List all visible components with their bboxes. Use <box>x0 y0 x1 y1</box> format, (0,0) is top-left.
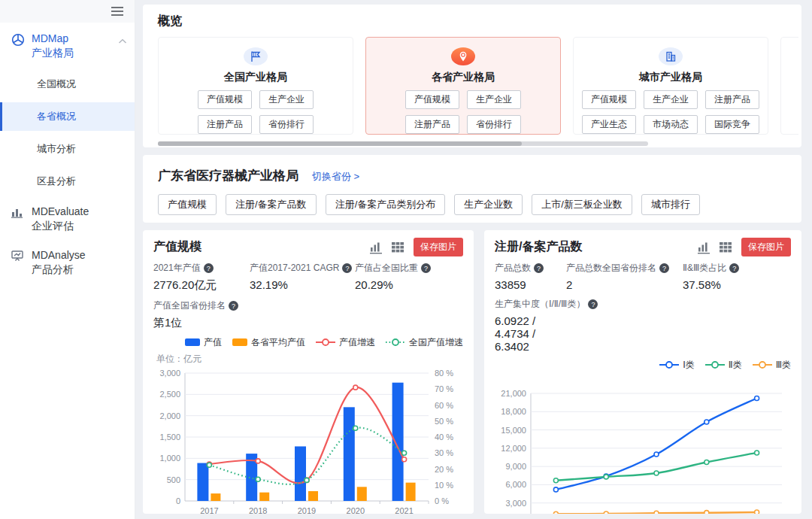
overview-card-city[interactable]: 城市产业格局 产值规模 生产企业 注册产品 产业生态 市场动态 国际竞争 <box>573 37 768 135</box>
group-label-zh: 产业格局 <box>32 47 74 59</box>
province-output-scale-button[interactable]: 产值规模 <box>405 90 459 109</box>
sidebar-group-mdanalyse[interactable]: MDAnalyse 产品分析 <box>0 239 135 283</box>
help-icon[interactable]: ? <box>229 301 238 311</box>
svg-text:1,500: 1,500 <box>159 432 180 442</box>
legend-item[interactable]: 全国产值增速 <box>386 336 463 349</box>
overview-card-province[interactable]: 各省产业格局 产值规模 生产企业 注册产品 省份排行 <box>365 37 561 135</box>
panel-title: 产值规模 <box>153 239 362 255</box>
legend-label: 各省平均产值 <box>251 336 305 349</box>
stat-label: 生产集中度（Ⅰ/Ⅱ/Ⅲ类） <box>495 298 585 311</box>
horizontal-scrollbar[interactable] <box>158 141 648 146</box>
main-content: 概览 全国产业格局 产值规模 生产企业 注册产品 省份排行 <box>135 0 812 519</box>
chevron-up-icon[interactable] <box>118 34 127 47</box>
stat-label: 产品总数 <box>495 262 531 275</box>
location-pin-icon <box>451 47 475 65</box>
tab-product-category-distribution[interactable]: 注册/备案产品类别分布 <box>326 194 446 215</box>
legend-label: 产值 <box>204 336 222 349</box>
legend-item[interactable]: 产值 <box>185 336 222 349</box>
stat-class23-share: Ⅱ&Ⅲ类占比? 37.58% <box>683 262 745 291</box>
help-icon[interactable]: ? <box>204 263 214 273</box>
stat-cagr: 产值2017-2021 CAGR? 32.19% <box>250 262 355 293</box>
legend-line-swatch <box>753 360 772 369</box>
sidebar-group-mdevaluate[interactable]: MDEvaluate 企业评估 <box>0 196 135 239</box>
tab-city-ranking[interactable]: 城市排行 <box>641 194 700 215</box>
tab-listed-companies[interactable]: 上市/新三板企业数 <box>532 194 632 215</box>
registered-products-panel: 注册/备案产品数 保存图片 产品总数? 33859 产品总数全国省 <box>484 230 801 514</box>
sidebar-item-national-overview[interactable]: 全国概况 <box>0 70 135 99</box>
group-label-zh: 产品分析 <box>32 263 74 275</box>
svg-text:30 %: 30 % <box>435 448 453 457</box>
overview-section: 概览 全国产业格局 产值规模 生产企业 注册产品 省份排行 <box>143 5 801 147</box>
sidebar-group-mdmap[interactable]: MDMap 产业格局 <box>0 23 135 66</box>
national-province-ranking-button[interactable]: 省份排行 <box>259 115 314 134</box>
stat-value: 32.19% <box>250 278 349 291</box>
presentation-chart-icon <box>11 249 26 264</box>
table-view-icon[interactable] <box>719 240 734 255</box>
stat-label: 产值全国省份排名 <box>153 299 226 312</box>
sidebar-item-district-analysis[interactable]: 区县分析 <box>0 167 135 196</box>
city-market-dynamics-button[interactable]: 市场动态 <box>644 115 698 134</box>
svg-text:2,500: 2,500 <box>159 390 180 399</box>
legend-label: Ⅲ类 <box>776 359 791 372</box>
province-title: 广东省医疗器械产业格局 <box>158 167 298 184</box>
svg-text:2020: 2020 <box>347 506 365 514</box>
save-image-button[interactable]: 保存图片 <box>741 238 791 256</box>
scrollbar-thumb[interactable] <box>158 141 522 146</box>
panel-title: 注册/备案产品数 <box>495 239 690 255</box>
legend-item[interactable]: 产值增速 <box>316 336 375 349</box>
legend-label: Ⅰ类 <box>683 359 695 372</box>
sidebar-item-province-overview[interactable]: 各省概况 <box>0 102 135 131</box>
stat-label: 2021年产值 <box>153 262 201 275</box>
charts-row: 产值规模 保存图片 2021年产值? 2776.20亿元 产值20 <box>143 230 801 514</box>
city-output-scale-button[interactable]: 产值规模 <box>582 90 636 109</box>
table-view-icon[interactable] <box>391 240 406 255</box>
svg-text:3,000: 3,000 <box>159 369 180 378</box>
help-icon[interactable]: ? <box>659 263 669 273</box>
national-manufacturers-button[interactable]: 生产企业 <box>259 90 314 109</box>
city-international-competition-button[interactable]: 国际竞争 <box>705 115 759 134</box>
svg-text:12,000: 12,000 <box>501 444 526 453</box>
legend-item[interactable]: Ⅲ类 <box>753 359 791 372</box>
overview-card-national[interactable]: 全国产业格局 产值规模 生产企业 注册产品 省份排行 <box>158 37 353 135</box>
help-icon[interactable]: ? <box>534 263 544 273</box>
stat-label: 产值2017-2021 CAGR <box>250 262 339 275</box>
hamburger-menu-icon[interactable] <box>111 5 124 17</box>
help-icon[interactable]: ? <box>342 263 352 273</box>
svg-text:21,000: 21,000 <box>501 389 526 398</box>
svg-text:18,000: 18,000 <box>501 407 526 416</box>
switch-province-link[interactable]: 切换省份 > <box>312 170 359 184</box>
national-registered-products-button[interactable]: 注册产品 <box>198 115 252 134</box>
legend-item[interactable]: Ⅰ类 <box>659 359 695 372</box>
stat-value: 第1位 <box>153 316 244 330</box>
save-image-button[interactable]: 保存图片 <box>414 238 463 256</box>
group-label-en: MDMap <box>32 32 68 44</box>
svg-text:40 %: 40 % <box>435 432 453 442</box>
city-industry-ecology-button[interactable]: 产业生态 <box>582 115 636 134</box>
legend-item[interactable]: 各省平均产值 <box>232 336 305 349</box>
help-icon[interactable]: ? <box>421 263 431 273</box>
tab-registered-products[interactable]: 注册/备案产品数 <box>226 194 317 215</box>
tab-output-scale[interactable]: 产值规模 <box>158 194 217 215</box>
city-manufacturers-button[interactable]: 生产企业 <box>644 90 698 109</box>
legend-bar-swatch <box>232 338 247 347</box>
chart-view-icon[interactable] <box>697 240 712 255</box>
province-manufacturers-button[interactable]: 生产企业 <box>467 90 521 109</box>
stat-label: 产值占全国比重 <box>355 262 418 275</box>
legend-item[interactable]: Ⅱ类 <box>705 359 742 372</box>
card-title: 各省产业格局 <box>432 71 495 84</box>
national-output-scale-button[interactable]: 产值规模 <box>198 90 252 109</box>
sidebar-item-city-analysis[interactable]: 城市分析 <box>0 135 135 163</box>
province-ranking-button[interactable]: 省份排行 <box>467 115 521 134</box>
tab-manufacturer-count[interactable]: 生产企业数 <box>454 194 523 215</box>
registered-products-chart: 2017201820192020202103,0006,0009,00012,0… <box>495 387 791 514</box>
help-icon[interactable]: ? <box>588 299 598 309</box>
svg-text:1,000: 1,000 <box>159 454 180 463</box>
help-icon[interactable]: ? <box>729 263 739 273</box>
province-registered-products-button[interactable]: 注册产品 <box>405 115 459 134</box>
chart-view-icon[interactable] <box>369 240 384 255</box>
card-title: 全国产业格局 <box>224 71 287 84</box>
chart-unit-label: 单位：亿元 <box>156 353 463 366</box>
output-value-panel: 产值规模 保存图片 2021年产值? 2776.20亿元 产值20 <box>143 230 474 514</box>
city-registered-products-button[interactable]: 注册产品 <box>705 90 759 109</box>
overview-card-partial[interactable] <box>780 37 798 135</box>
